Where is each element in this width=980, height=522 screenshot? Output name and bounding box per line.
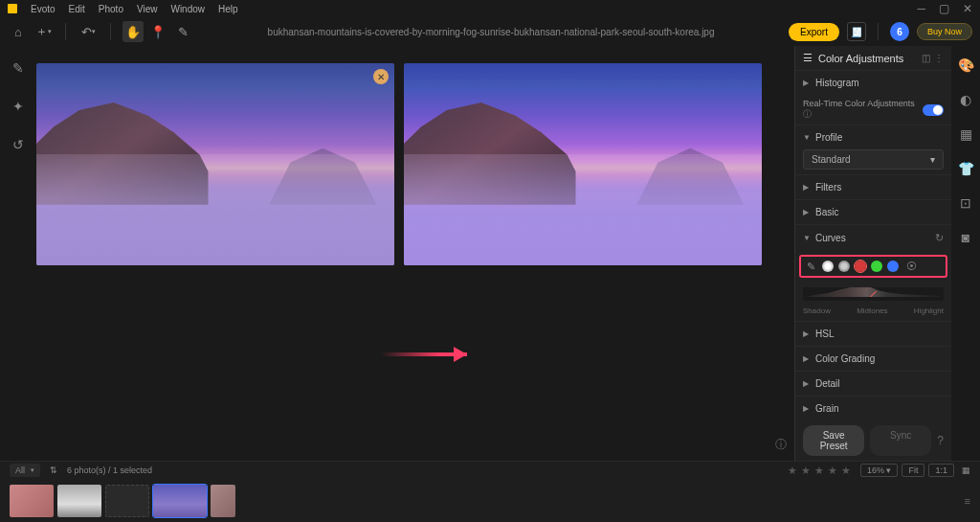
preset-buttons: Save Preset Sync ? [795, 420, 951, 461]
red-channel[interactable] [855, 261, 866, 272]
app-logo [8, 4, 17, 13]
section-profile[interactable]: ▼Profile [803, 130, 944, 145]
realtime-toggle[interactable] [923, 104, 944, 116]
star-rating[interactable]: ★★★★★ [788, 465, 851, 477]
section-filters[interactable]: ▶Filters [803, 180, 944, 194]
main-area: ✎ ✦ ↺ ✕ ⓘ ☰ Color Adjustments ◫ ⋮ ▶Histo… [0, 46, 980, 461]
left-toolbar: ✎ ✦ ↺ [0, 46, 36, 461]
curves-axis-labels: Shadow Midtones Highlight [795, 306, 951, 321]
menu-view[interactable]: View [137, 4, 158, 14]
menu-help[interactable]: Help [218, 4, 238, 14]
image-tab-icon[interactable]: ▦ [956, 125, 975, 144]
maximize-icon[interactable]: ▢ [939, 2, 949, 15]
right-tab-strip: 🎨 ◐ ▦ 👕 ⊡ ◙ [951, 46, 980, 461]
crop-tool-icon[interactable]: ✎ [6, 56, 31, 80]
menu-window[interactable]: Window [170, 4, 205, 14]
target-icon[interactable]: ⦿ [906, 261, 917, 272]
window-controls: ─ ▢ ✕ [917, 2, 972, 15]
curves-channel-selector: ✎ ⦿ [799, 255, 947, 278]
save-preset-button[interactable]: Save Preset [803, 425, 864, 456]
user-avatar[interactable]: 6 [890, 22, 909, 41]
photo-count: 6 photo(s) / 1 selected [67, 465, 152, 475]
thumb-3[interactable] [105, 485, 149, 517]
luma-channel[interactable] [838, 261, 850, 272]
rgb-channel[interactable] [822, 261, 834, 272]
receipt-button[interactable]: 🧾 [847, 22, 866, 41]
section-curves[interactable]: ▼Curves ↻ [803, 230, 944, 246]
pencil-icon[interactable]: ✎ [805, 261, 816, 272]
zoom-fit[interactable]: Fit [902, 464, 924, 477]
thumb-5[interactable] [211, 485, 235, 517]
profile-select[interactable]: Standard▾ [803, 149, 944, 170]
collapse-filmstrip-icon[interactable]: ≡ [965, 495, 970, 507]
thumb-2[interactable] [57, 485, 101, 517]
canvas[interactable]: ✕ ⓘ [36, 46, 794, 461]
menu-app[interactable]: Evoto [31, 4, 56, 14]
canvas-info-icon[interactable]: ⓘ [775, 437, 787, 453]
hand-tool[interactable]: ✋ [122, 21, 144, 42]
zoom-value[interactable]: 16% ▾ [860, 464, 899, 477]
annotation-arrow [381, 352, 467, 356]
preview-before: ✕ [36, 63, 394, 265]
section-color-grading[interactable]: ▶Color Grading [803, 352, 944, 366]
adjust-icon: ☰ [803, 52, 813, 64]
panel-header: ☰ Color Adjustments ◫ ⋮ [795, 46, 951, 70]
sparkle-tool-icon[interactable]: ✦ [6, 94, 31, 119]
thumb-1[interactable] [10, 485, 54, 517]
brush-tool[interactable]: ✎ [172, 21, 193, 42]
menubar: Evoto Edit Photo View Window Help ─ ▢ ✕ [0, 0, 980, 17]
thumb-4-selected[interactable] [153, 485, 207, 517]
curves-graph[interactable] [803, 287, 944, 301]
buy-now-button[interactable]: Buy Now [917, 23, 972, 40]
chevron-down-icon: ▾ [930, 154, 935, 165]
close-compare-icon[interactable]: ✕ [373, 69, 389, 84]
adjustments-panel: ☰ Color Adjustments ◫ ⋮ ▶Histogram Real-… [794, 46, 951, 461]
minimize-icon[interactable]: ─ [917, 2, 925, 15]
section-basic[interactable]: ▶Basic [803, 205, 944, 219]
menu-photo[interactable]: Photo [99, 4, 123, 14]
home-button[interactable]: ⌂ [8, 21, 29, 42]
history-tool-icon[interactable]: ↺ [6, 132, 31, 157]
section-detail[interactable]: ▶Detail [803, 376, 944, 391]
globe-tab-icon[interactable]: ◐ [956, 90, 975, 109]
shirt-tab-icon[interactable]: 👕 [956, 159, 975, 178]
pin-tool[interactable]: 📍 [147, 21, 168, 42]
info-icon[interactable]: ⓘ [803, 109, 812, 119]
realtime-row: Real-Time Color Adjustments ⓘ [795, 95, 951, 125]
grid-icon[interactable]: ▦ [962, 465, 970, 475]
frame-tab-icon[interactable]: ⊡ [956, 193, 975, 213]
compare-icon[interactable]: ◫ [922, 53, 930, 63]
section-histogram[interactable]: ▶Histogram [803, 76, 944, 90]
filename-label: bukhansan-mountains-is-covered-by-mornin… [201, 27, 781, 37]
add-button[interactable]: ＋▾ [33, 21, 54, 42]
sort-icon[interactable]: ⇅ [50, 465, 57, 475]
filmstrip-bar: All ▾ ⇅ 6 photo(s) / 1 selected ★★★★★ 16… [0, 461, 980, 522]
filmstrip: ≡ [0, 479, 980, 522]
preview-after [404, 63, 762, 265]
close-icon[interactable]: ✕ [963, 2, 972, 15]
sync-button[interactable]: Sync [870, 425, 931, 456]
zoom-1to1[interactable]: 1:1 [928, 464, 954, 477]
section-hsl[interactable]: ▶HSL [803, 327, 944, 341]
export-button[interactable]: Export [789, 23, 839, 41]
more-icon[interactable]: ⋮ [934, 53, 944, 63]
toolbar: ⌂ ＋▾ ↶▾ ✋ 📍 ✎ bukhansan-mountains-is-cov… [0, 17, 980, 46]
camera-tab-icon[interactable]: ◙ [956, 228, 975, 247]
reset-curves-icon[interactable]: ↻ [935, 232, 944, 244]
menu-edit[interactable]: Edit [69, 4, 85, 14]
help-icon[interactable]: ? [937, 434, 944, 447]
green-channel[interactable] [871, 261, 882, 272]
section-grain[interactable]: ▶Grain [803, 401, 944, 416]
undo-button[interactable]: ↶▾ [78, 21, 99, 42]
panel-title: Color Adjustments [818, 53, 903, 64]
blue-channel[interactable] [887, 261, 899, 272]
palette-tab-icon[interactable]: 🎨 [956, 56, 975, 75]
filter-dropdown[interactable]: All ▾ [10, 464, 40, 477]
